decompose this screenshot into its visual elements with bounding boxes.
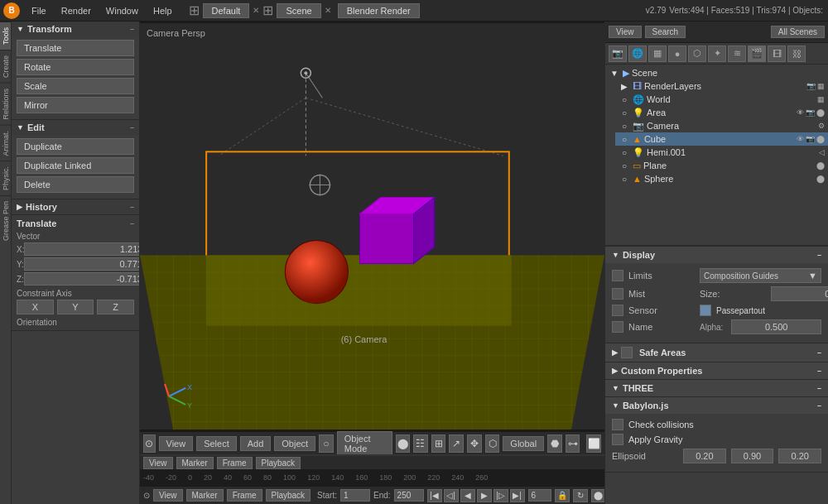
tab-icon-scene[interactable]: 🎬 — [748, 46, 766, 62]
prev-keyframe-btn[interactable]: ◁| — [444, 489, 459, 502]
tab-icon-constraints[interactable]: ⛓ — [787, 46, 806, 62]
help-menu[interactable]: Help — [147, 4, 179, 17]
safe-areas-header[interactable]: ▶ Safe Areas – — [605, 343, 828, 362]
current-frame-input[interactable] — [528, 489, 551, 502]
cube-vis3[interactable]: ⬤ — [816, 135, 825, 143]
skip-end-btn[interactable]: ▶| — [510, 489, 525, 502]
sphere-icon[interactable]: ○ — [319, 434, 334, 453]
global-dropdown[interactable]: Global — [503, 436, 544, 451]
timeline-body[interactable]: -40 -20 0 20 40 60 80 100 120 140 160 18… — [140, 469, 604, 486]
vis-icon1[interactable]: 📷 — [806, 82, 816, 90]
guides-dropdown[interactable]: Composition Guides ▼ — [700, 268, 821, 283]
timeline-view-btn[interactable]: View — [143, 457, 173, 469]
vector-y-input[interactable] — [24, 257, 140, 271]
viewport-canvas[interactable]: (6) Camera X Y Camera Persp — [140, 22, 604, 431]
display-options[interactable]: – — [817, 251, 821, 259]
outliner-item-renderlayers[interactable]: ▶ 🎞 RenderLayers 📷 ▦ — [615, 79, 828, 93]
right-search-btn[interactable]: Search — [645, 26, 686, 38]
viewport-icon2[interactable]: ⬤ — [396, 434, 411, 453]
outliner-item-camera[interactable]: ○ 📷 Camera ⚙ — [615, 119, 828, 132]
bottom-marker-btn[interactable]: Marker — [186, 489, 224, 502]
babylonjs-opts[interactable]: – — [817, 401, 821, 410]
limits-checkbox[interactable] — [612, 270, 623, 281]
engine-dropdown[interactable]: Blender Render — [338, 3, 420, 18]
history-collapse[interactable]: – — [130, 203, 134, 211]
tab-icon-render[interactable]: 🎞 — [768, 46, 786, 62]
passepartout-checkbox[interactable] — [700, 305, 711, 316]
name-checkbox[interactable] — [612, 321, 623, 333]
blender-logo[interactable]: B — [3, 2, 20, 19]
vector-z-input[interactable] — [24, 272, 140, 286]
timeline-frame-btn[interactable]: Frame — [217, 457, 253, 469]
scale-btn[interactable]: Scale — [17, 78, 134, 94]
outliner-item-cube[interactable]: ○ ▲ Cube 👁 📷 ⬤ — [615, 132, 828, 146]
tab-icon-mesh[interactable]: ▦ — [648, 46, 667, 62]
three-opts[interactable]: – — [817, 384, 821, 392]
tab-animation[interactable]: Animat. — [0, 125, 11, 161]
tab-icon-particles[interactable]: ✦ — [708, 46, 726, 62]
duplicate-btn[interactable]: Duplicate — [17, 138, 134, 155]
viewport-icon1[interactable]: ⊙ — [143, 434, 156, 453]
plane-vis1[interactable]: ⬤ — [816, 161, 825, 170]
tab-icon-camera[interactable]: 📷 — [609, 46, 627, 62]
ellipsoid-z-input[interactable] — [778, 449, 821, 463]
sync-icon[interactable]: ↻ — [573, 489, 588, 502]
vector-x-input[interactable] — [24, 242, 140, 256]
object-btn[interactable]: Object — [274, 436, 315, 451]
all-scenes-btn[interactable]: All Scenes — [771, 26, 825, 38]
bottom-frame-btn[interactable]: Frame — [227, 489, 262, 502]
translate-btn[interactable]: Translate — [17, 40, 134, 56]
cube-vis2[interactable]: 📷 — [806, 135, 815, 143]
outliner-item-world[interactable]: ○ 🌐 World ▦ — [615, 93, 828, 106]
custom-props-opts[interactable]: – — [817, 367, 821, 375]
lock-icon[interactable]: 🔒 — [555, 489, 570, 502]
tab-create[interactable]: Create — [0, 50, 11, 83]
mist-checkbox[interactable] — [612, 288, 623, 300]
tab-tools[interactable]: Tools — [0, 22, 11, 50]
select-btn[interactable]: Select — [196, 436, 237, 451]
area-vis2[interactable]: 📷 — [806, 108, 815, 117]
constraint-y-btn[interactable]: Y — [57, 300, 94, 314]
sensor-checkbox[interactable] — [612, 305, 623, 316]
outliner-item-hemi[interactable]: ○ 💡 Hemi.001 ◁ — [615, 146, 828, 159]
hemi-vis1[interactable]: ◁ — [819, 148, 825, 156]
viewport-icon9[interactable]: ⊶ — [566, 434, 580, 453]
add-btn[interactable]: Add — [240, 436, 272, 451]
duplicate-linked-btn[interactable]: Duplicate Linked — [17, 157, 134, 174]
tab-relations[interactable]: Relations — [0, 83, 11, 125]
viewport-icon8[interactable]: ⬣ — [547, 434, 562, 453]
play-btn[interactable]: ▶ — [477, 489, 492, 502]
bottom-view-btn[interactable]: View — [153, 489, 183, 502]
constraint-z-btn[interactable]: Z — [97, 300, 134, 314]
apply-gravity-checkbox[interactable] — [612, 434, 623, 445]
camera-vis1[interactable]: ⚙ — [818, 122, 825, 130]
tab-grease-pen[interactable]: Grease Pen — [0, 195, 11, 246]
outliner-item-area[interactable]: ○ 💡 Area 👁 📷 ⬤ — [615, 106, 828, 119]
edit-collapse[interactable]: – — [130, 123, 134, 132]
render-menu[interactable]: Render — [55, 4, 98, 17]
display-header[interactable]: ▼ Display – — [605, 247, 828, 263]
outliner-item-sphere[interactable]: ○ ▲ Sphere ⬤ — [615, 172, 828, 185]
history-header[interactable]: ▶ History – — [12, 199, 139, 214]
scene-dropdown[interactable]: Scene — [277, 3, 320, 18]
timeline-marker-btn[interactable]: Marker — [176, 457, 214, 469]
alpha-input[interactable] — [731, 319, 821, 334]
constraint-x-btn[interactable]: X — [17, 300, 54, 314]
tab-physics[interactable]: Physic. — [0, 161, 11, 195]
tab-icon-world[interactable]: 🌐 — [628, 46, 647, 62]
check-collisions-checkbox[interactable] — [612, 419, 623, 430]
translate-panel-collapse[interactable]: – — [130, 219, 134, 228]
transform-collapse[interactable]: – — [130, 25, 134, 33]
right-view-btn[interactable]: View — [609, 26, 642, 38]
viewport-icon4[interactable]: ⊞ — [431, 434, 446, 453]
area-vis3[interactable]: ⬤ — [816, 108, 825, 117]
viewport-icon6[interactable]: ✥ — [467, 434, 482, 453]
viewport-icon3[interactable]: ☷ — [413, 434, 428, 453]
mode-dropdown[interactable]: Object Mode — [337, 431, 392, 455]
delete-btn[interactable]: Delete — [17, 176, 134, 193]
end-frame-input[interactable] — [394, 489, 424, 502]
play-back-btn[interactable]: ◀ — [460, 489, 475, 502]
rotate-btn[interactable]: Rotate — [17, 59, 134, 75]
maximize-icon[interactable]: ⬜ — [586, 434, 601, 453]
three-header[interactable]: ▼ THREE – — [605, 380, 828, 396]
